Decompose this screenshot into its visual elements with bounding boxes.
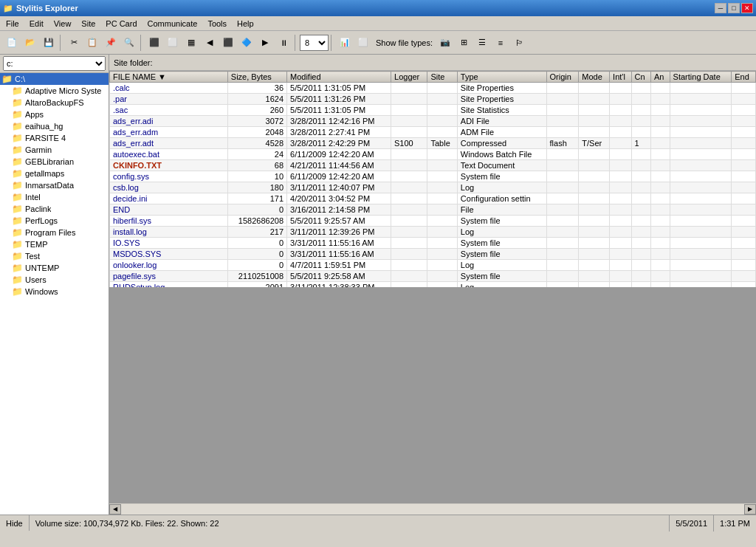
zoom-dropdown[interactable]: 4 6 8 10 12: [300, 35, 329, 51]
table-row[interactable]: MSDOS.SYS 0 3/31/2011 11:55:16 AM System…: [110, 249, 756, 260]
table-row[interactable]: CKINFO.TXT 68 4/21/2011 11:44:56 AM Text…: [110, 160, 756, 171]
col-header-size[interactable]: Size, Bytes: [227, 72, 286, 83]
tree-item-altaro[interactable]: 📁 AltaroBackupFS: [0, 97, 109, 109]
table-row[interactable]: ads_err.adt 4528 3/28/2011 2:42:29 PM S1…: [110, 138, 756, 149]
col-header-modified[interactable]: Modified: [287, 72, 391, 83]
tree-item-garmin[interactable]: 📁 Garmin: [0, 144, 109, 156]
tree-item-test[interactable]: 📁 Test: [0, 250, 109, 262]
cell-intl: [610, 182, 631, 193]
table-row[interactable]: ads_err.adm 2048 3/28/2011 2:27:41 PM AD…: [110, 127, 756, 138]
tree-item-temp[interactable]: 📁 TEMP: [0, 238, 109, 250]
table-row[interactable]: autoexec.bat 24 6/11/2009 12:42:20 AM Wi…: [110, 149, 756, 160]
table-row[interactable]: config.sys 10 6/11/2009 12:42:20 AM Syst…: [110, 171, 756, 182]
hide-button[interactable]: Hide: [0, 515, 30, 531]
tree-item-untemp[interactable]: 📁 UNTEMP: [0, 262, 109, 274]
tb-btn10[interactable]: 🔷: [238, 34, 255, 52]
tb-paste-button[interactable]: 📌: [102, 34, 120, 52]
table-row[interactable]: pagefile.sys 2110251008 5/5/2011 9:25:58…: [110, 271, 756, 282]
restore-button[interactable]: □: [728, 3, 740, 13]
tree-item-farsite[interactable]: 📁 FARSITE 4: [0, 132, 109, 144]
menu-tools[interactable]: Tools: [203, 18, 231, 30]
scroll-right-button[interactable]: ▶: [744, 504, 756, 515]
table-row[interactable]: END 0 3/16/2011 2:14:58 PM File: [110, 204, 756, 216]
table-row[interactable]: hiberfil.sys 1582686208 5/5/2011 9:25:57…: [110, 216, 756, 227]
col-header-origin[interactable]: Origin: [546, 72, 579, 83]
tree-item-users[interactable]: 📁 Users: [0, 274, 109, 286]
tree-item-intel[interactable]: 📁 Intel: [0, 191, 109, 203]
tree-item-paclink[interactable]: 📁 Paclink: [0, 203, 109, 215]
menu-communicate[interactable]: Communicate: [143, 18, 202, 30]
menu-pc-card[interactable]: PC Card: [101, 18, 141, 30]
tree-item-eaihua[interactable]: 📁 eaihua_hg: [0, 120, 109, 132]
col-header-startdate[interactable]: Starting Date: [670, 72, 732, 83]
tb-camera-button[interactable]: 📷: [436, 34, 454, 52]
tb-grid-button[interactable]: ⊞: [455, 34, 472, 52]
tb-btn9[interactable]: ⬛: [219, 34, 237, 52]
tree-item-getallmaps[interactable]: 📁 getallmaps: [0, 168, 109, 179]
table-row[interactable]: IO.SYS 0 3/31/2011 11:55:16 AM System fi…: [110, 238, 756, 249]
file-table-container[interactable]: FILE NAME ▼ Size, Bytes Modified Logger …: [109, 71, 756, 287]
tree-item-windows[interactable]: 📁 Windows: [0, 286, 109, 297]
table-row[interactable]: .calc 36 5/5/2011 1:31:05 PM Site Proper…: [110, 83, 756, 94]
menu-file[interactable]: File: [1, 18, 24, 30]
col-header-intl[interactable]: Int'l: [610, 72, 631, 83]
col-header-type[interactable]: Type: [457, 72, 546, 83]
tb-btn7[interactable]: ▦: [182, 34, 200, 52]
menu-help[interactable]: Help: [233, 18, 258, 30]
tb-btn12[interactable]: ⏸: [275, 34, 292, 52]
tree-item-inmarsat[interactable]: 📁 InmarsatData: [0, 179, 109, 191]
tb-copy-button[interactable]: 📋: [83, 34, 101, 52]
tb-btn14[interactable]: ⬜: [354, 34, 372, 52]
tree-item-apps[interactable]: 📁 Apps: [0, 109, 109, 120]
col-header-logger[interactable]: Logger: [391, 72, 427, 83]
tb-btn6[interactable]: ⬜: [164, 34, 182, 52]
menu-view[interactable]: View: [49, 18, 76, 30]
col-header-filename[interactable]: FILE NAME ▼: [110, 72, 228, 83]
close-button[interactable]: ✕: [741, 3, 753, 13]
table-row[interactable]: .par 1624 5/5/2011 1:31:26 PM Site Prope…: [110, 94, 756, 105]
table-row[interactable]: .sac 260 5/5/2011 1:31:05 PM Site Statis…: [110, 105, 756, 116]
tree-item-geblib[interactable]: 📁 GEBLibrarian: [0, 156, 109, 168]
cell-origin: [546, 83, 579, 94]
tb-new-button[interactable]: 📄: [3, 34, 21, 52]
title-bar-left: 📁 Stylitis Explorer: [3, 4, 78, 13]
tree-item-root[interactable]: 📁 C:\: [0, 73, 109, 85]
horizontal-scrollbar[interactable]: ◀ ▶: [109, 503, 756, 515]
drive-dropdown[interactable]: c: a: d:: [3, 56, 106, 71]
folder-icon: 📁: [12, 145, 23, 155]
tree-item-programfiles[interactable]: 📁 Program Files: [0, 227, 109, 238]
folder-icon: 📁: [12, 97, 23, 108]
tb-filter-button[interactable]: 🏳: [510, 34, 528, 52]
table-row[interactable]: onlooker.log 0 4/7/2011 1:59:51 PM Log: [110, 260, 756, 271]
table-row[interactable]: install.log 217 3/11/2011 12:39:26 PM Lo…: [110, 227, 756, 238]
tb-save-button[interactable]: 💾: [40, 34, 58, 52]
col-header-mode[interactable]: Mode: [579, 72, 610, 83]
col-header-site[interactable]: Site: [427, 72, 457, 83]
tb-open-button[interactable]: 📂: [21, 34, 39, 52]
table-row[interactable]: ads_err.adi 3072 3/28/2011 12:42:16 PM A…: [110, 116, 756, 127]
cell-an: [650, 260, 670, 271]
table-row[interactable]: csb.log 180 3/11/2011 12:40:07 PM Log: [110, 182, 756, 193]
tb-btn11[interactable]: ▶: [256, 34, 274, 52]
menu-site[interactable]: Site: [77, 18, 100, 30]
col-header-cn[interactable]: Cn: [631, 72, 650, 83]
tb-btn13[interactable]: 📊: [336, 34, 354, 52]
tb-find-button[interactable]: 🔍: [120, 34, 138, 52]
tb-btn8[interactable]: ◀: [201, 34, 219, 52]
cell-startdate: [670, 105, 732, 116]
table-row[interactable]: decide.ini 171 4/20/2011 3:04:52 PM Conf…: [110, 193, 756, 204]
table-row[interactable]: RHDSetup.log 2091 3/11/2011 12:38:33 PM …: [110, 282, 756, 287]
scroll-thumb[interactable]: [121, 504, 744, 515]
col-header-an[interactable]: An: [650, 72, 670, 83]
tb-list-button[interactable]: ☰: [473, 34, 491, 52]
minimize-button[interactable]: ─: [715, 3, 726, 13]
tb-detail-button[interactable]: ≡: [492, 34, 509, 52]
cell-logger: [391, 83, 427, 94]
tb-cut-button[interactable]: ✂: [65, 34, 83, 52]
menu-edit[interactable]: Edit: [25, 18, 48, 30]
scroll-left-button[interactable]: ◀: [109, 504, 121, 515]
tree-item-adaptive[interactable]: 📁 Adaptive Micro Syste: [0, 85, 109, 97]
tb-btn5[interactable]: ⬛: [145, 34, 163, 52]
tree-item-perflogs[interactable]: 📁 PerfLogs: [0, 215, 109, 227]
col-header-end[interactable]: End: [732, 72, 756, 83]
